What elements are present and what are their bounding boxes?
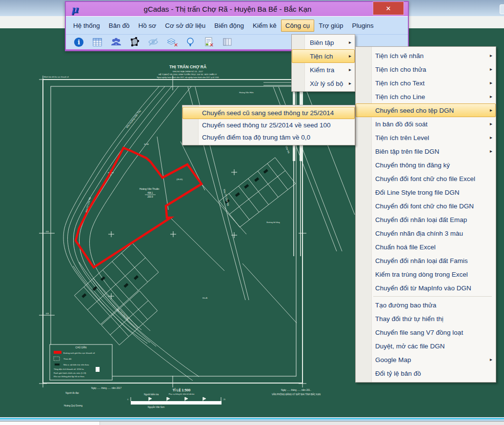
menu-item-tien-ich-ve-nhan[interactable]: Tiện ích vẽ nhãn — [356, 49, 496, 62]
menu-item-chuan-hoa-file-excel[interactable]: Chuẩn hoá file Excel — [356, 240, 496, 254]
menu-item-in-ban-do-doi-soat[interactable]: In bản đồ đối soát — [356, 117, 496, 131]
menu-item-bien-tap[interactable]: Biên tập — [292, 36, 355, 49]
menu-item-label: Chuyển đổi nhãn loại đất Emap — [375, 216, 467, 223]
layers-remove-icon[interactable]: ✕ — [165, 36, 178, 48]
menu-item-label: Chuyển nhãn địa chính 3 màu — [375, 230, 463, 237]
menu-item-label: Chuyển điểm toạ độ trung tâm về 0,0 — [202, 134, 310, 141]
menu-co-so-du-lieu[interactable]: Cơ sở dữ liệu — [161, 20, 210, 32]
menu-item-duyet-mo-cac-file-dgn[interactable]: Duyệt, mở các file DGN — [356, 339, 496, 353]
menu-kiem-ke[interactable]: Kiểm kê — [248, 20, 281, 32]
menu-item-label: Chuyển seed thông tư 25/2014 về seed 100 — [202, 121, 331, 129]
menu-item-chuyen-doi-nhan-emap[interactable]: Chuyển đổi nhãn loại đất Emap — [356, 213, 496, 226]
submenu-arrow-icon — [349, 40, 351, 45]
menu-item-chuyen-doi-nhan-famis[interactable]: Chuyển đổi nhãn loại đất Famis — [356, 254, 496, 267]
submenu-arrow-icon — [490, 148, 492, 154]
menu-item-label: Thay đổi thứ tự hiển thị — [375, 315, 444, 323]
submenu-arrow-icon — [490, 53, 492, 58]
bulb-icon[interactable] — [184, 36, 196, 48]
close-button[interactable]: ✕ — [373, 1, 404, 15]
menu-item-kiem-tra[interactable]: Kiểm tra — [292, 63, 355, 77]
menu-item-google-map[interactable]: Google Map — [356, 353, 496, 366]
svg-text:i: i — [78, 38, 80, 46]
menu-item-chuyen-seed-tt25-ve-seed-100[interactable]: Chuyển seed thông tư 25/2014 về seed 100 — [182, 119, 355, 131]
menu-item-chuyen-doi-font-dgn[interactable]: Chuyển đổi font chữ cho file DGN — [356, 199, 496, 213]
menu-item-label: Xử lý sổ bộ — [310, 80, 343, 87]
report-remove-icon[interactable]: ✕ — [202, 36, 215, 48]
menu-item-label: Tiện ích cho Text — [375, 80, 424, 87]
menu-bien-dong[interactable]: Biến động — [210, 20, 248, 32]
submenu-arrow-icon — [349, 67, 351, 72]
menu-separator — [373, 296, 492, 297]
menu-item-chuyen-seed-cu-sang-tt25[interactable]: Chuyển seed cũ sang seed thông tư 25/201… — [182, 107, 355, 119]
menu-plugins[interactable]: Plugins — [348, 20, 378, 32]
menu-item-label: Đổi Line Style trong file DGN — [375, 189, 460, 196]
menu-item-tien-ich-tren-level[interactable]: Tiện ích trên Level — [356, 131, 496, 144]
polygon-icon[interactable] — [128, 36, 141, 48]
menu-item-chuyen-doi-mapinfo-dgn[interactable]: Chuyển đổi từ MapInfo vào DGN — [356, 281, 496, 295]
columns-icon[interactable] — [221, 36, 233, 48]
submenu-arrow-icon — [490, 107, 492, 113]
menu-item-doi-ty-le-ban-do[interactable]: Đổi tỷ lệ bản đồ — [356, 366, 496, 380]
menu-ho-so[interactable]: Hồ sơ — [134, 20, 161, 32]
attribute-table-icon[interactable] — [91, 36, 103, 48]
bottom-status-strip — [0, 417, 504, 421]
submenu-arrow-icon — [490, 135, 492, 140]
menubar: Hệ thống Bản đồ Hồ sơ Cơ sở dữ liệu Biến… — [66, 16, 408, 34]
app-mu-icon: μ — [69, 4, 81, 15]
menu-item-tien-ich-cho-line[interactable]: Tiện ích cho Line — [356, 90, 496, 103]
menu-item-label: Chuyển đổi từ MapInfo vào DGN — [375, 284, 471, 292]
menu-item-label: In bản đồ đối soát — [375, 121, 427, 128]
svg-text:✕: ✕ — [209, 42, 214, 48]
menu-item-label: Chuyển đổi font chữ cho file DGN — [375, 202, 474, 210]
menu-item-chuyen-nhan-dia-chinh-3-mau[interactable]: Chuyển nhãn địa chính 3 màu — [356, 226, 496, 240]
menu-item-doi-line-style-dgn[interactable]: Đổi Line Style trong file DGN — [356, 185, 496, 199]
submenu-arrow-icon — [490, 66, 492, 72]
menu-item-label: Chuyển seed cũ sang seed thông tư 25/201… — [202, 109, 334, 117]
users-icon[interactable] — [110, 36, 122, 48]
menu-item-label: Chuyển thông tin đăng ký — [375, 162, 450, 169]
titlebar[interactable]: μ gCadas - Thị trấn Chợ Rã - Huyện Ba Bể… — [66, 2, 408, 16]
menu-item-thay-doi-thu-tu-hien-thi[interactable]: Thay đổi thứ tự hiển thị — [356, 312, 496, 325]
menu-item-label: Chuyển đổi font chữ cho file Excel — [375, 175, 475, 182]
menu-item-xu-ly-so-bo[interactable]: Xử lý sổ bộ — [292, 77, 355, 90]
submenu-arrow-icon — [490, 80, 492, 85]
menu-item-chuyen-seed-cho-tep-dgn[interactable]: Chuyển seed cho tệp DGN — [356, 103, 496, 117]
menu-item-bien-tap-tren-file-dgn[interactable]: Biên tập trên file DGN — [356, 144, 496, 158]
menu-item-label: Chuyển seed cho tệp DGN — [375, 107, 454, 114]
background-corner-button[interactable] — [500, 4, 504, 14]
menu-item-label: Tiện ích cho thửa — [375, 66, 426, 73]
menu-item-chuyen-thong-tin-dang-ky[interactable]: Chuyển thông tin đăng ký — [356, 158, 496, 172]
menu-item-label: Tiện ích — [310, 53, 333, 60]
menu-item-label: Chuyển file sang V7 đồng loạt — [375, 329, 463, 336]
submenu-arrow-icon — [349, 53, 351, 59]
menu-item-label: Google Map — [375, 356, 411, 364]
menu-item-chuyen-file-sang-v7[interactable]: Chuyển file sang V7 đồng loạt — [356, 325, 496, 339]
menu-item-label: Kiểm tra — [310, 66, 334, 74]
taskbar-left-segment — [0, 422, 100, 425]
submenu-arrow-icon — [490, 121, 492, 126]
menu-item-kiem-tra-trung-dong-excel[interactable]: Kiểm tra trùng dòng trong Excel — [356, 267, 496, 281]
menu-ban-do[interactable]: Bản đồ — [104, 20, 134, 32]
menu-item-label: Biên tập trên file DGN — [375, 148, 439, 155]
menu-cong-cu[interactable]: Công cụ — [281, 20, 314, 32]
menu-item-chuyen-diem-toa-do-ve-00[interactable]: Chuyển điểm toạ độ trung tâm về 0,0 — [182, 131, 355, 143]
menu-item-label: Tiện ích vẽ nhãn — [375, 52, 423, 60]
menu-item-tien-ich-cho-text[interactable]: Tiện ích cho Text — [356, 76, 496, 90]
menu-item-label: Biên tập — [310, 39, 334, 46]
menu-item-tao-duong-bao-thua[interactable]: Tạo đường bao thửa — [356, 298, 496, 312]
menu-he-thong[interactable]: Hệ thống — [69, 20, 104, 32]
info-icon[interactable]: i — [73, 36, 85, 48]
menu-tro-giup[interactable]: Trợ giúp — [314, 20, 347, 32]
seed-submenu: Chuyển seed cũ sang seed thông tư 25/201… — [182, 105, 355, 145]
menu-item-label: Tạo đường bao thửa — [375, 302, 436, 309]
menu-item-tien-ich[interactable]: Tiện ích — [292, 49, 355, 63]
menu-item-label: Tiện ích trên Level — [375, 134, 429, 142]
menu-item-chuyen-doi-font-excel[interactable]: Chuyển đổi font chữ cho file Excel — [356, 172, 496, 185]
submenu-arrow-icon — [349, 81, 351, 86]
menu-item-label: Đổi tỷ lệ bản đồ — [375, 370, 421, 377]
menu-item-label: Chuyển đổi nhãn loại đất Famis — [375, 257, 468, 264]
submenu-arrow-icon — [490, 357, 492, 362]
menu-item-tien-ich-cho-thua[interactable]: Tiện ích cho thửa — [356, 62, 496, 76]
submenu-arrow-icon — [490, 94, 492, 99]
eye-off-icon[interactable] — [147, 36, 159, 48]
